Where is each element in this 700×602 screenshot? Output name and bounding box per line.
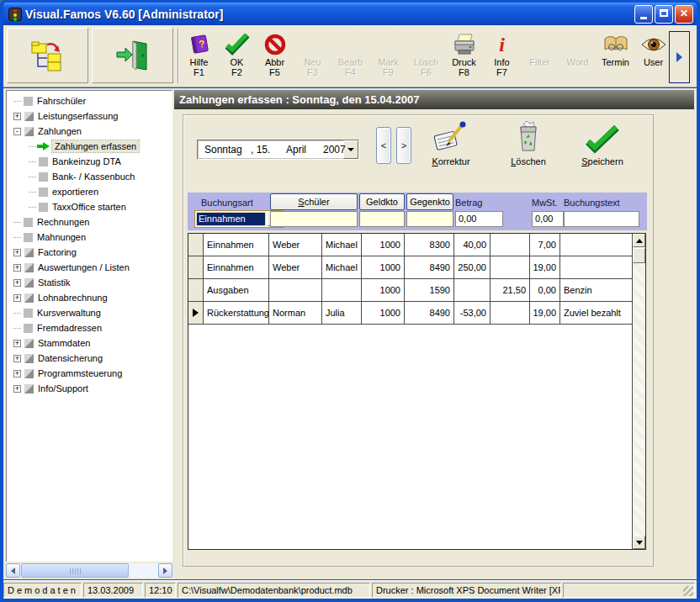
sidebar-item-bankeinzug-dta[interactable]: Bankeinzug DTA [7, 154, 172, 169]
sidebar-item-fremdadressen[interactable]: Fremdadressen [7, 320, 172, 335]
sidebar-item-zahlungen[interactable]: -Zahlungen [7, 124, 172, 139]
toolbar-item-fkey: F7 [496, 67, 507, 77]
toolbar-item-druck[interactable]: DruckF8 [445, 29, 483, 84]
sidebar-item-zahlungen-erfassen[interactable]: Zahlungen erfassen [7, 139, 172, 154]
notepad-pencil-icon [432, 120, 470, 154]
trash-icon [512, 119, 545, 154]
expand-icon[interactable]: + [13, 249, 21, 256]
sidebar-item-kursverwaltung[interactable]: Kursverwaltung [7, 305, 172, 320]
table-row[interactable]: EinnahmenWeberMichael1000830040,007,00 [188, 234, 645, 256]
buchungstext-input[interactable] [564, 211, 639, 227]
sidebar-horizontal-scrollbar[interactable] [6, 563, 172, 578]
expand-icon[interactable]: + [13, 113, 21, 120]
scroll-right-button[interactable] [158, 563, 172, 578]
sidebar-item-rechnungen[interactable]: Rechnungen [7, 214, 172, 230]
folder-tree-button[interactable] [7, 28, 88, 83]
geldkto-input[interactable] [359, 211, 405, 227]
sidebar-item-programmsteuerung[interactable]: +Programmsteuerung [7, 366, 172, 381]
toolbar-item-ok[interactable]: OKF2 [218, 29, 256, 84]
expand-icon[interactable]: + [13, 279, 21, 287]
sidebar-item-label: Kursverwaltung [37, 308, 101, 318]
exit-button[interactable] [92, 28, 173, 83]
cell-art: Einnahmen [204, 234, 269, 256]
scrollbar-thumb[interactable] [21, 563, 129, 578]
toolbar-item-label: Word [566, 57, 588, 67]
table-row[interactable]: EinnahmenWeberMichael10008490250,0019,00 [188, 256, 645, 279]
sidebar-item-taxxoffice-starten[interactable]: TaxxOffice starten [7, 199, 172, 214]
loeschen-button[interactable]: Löschen [495, 120, 562, 166]
expand-icon[interactable]: + [13, 370, 21, 378]
minimize-button[interactable] [634, 5, 653, 24]
close-button[interactable]: ✕ [675, 5, 693, 24]
cell-gegenkto: 8490 [405, 256, 454, 278]
gegenkto-button[interactable]: Gegenkto [406, 193, 453, 210]
buchungsart-label: Buchungsart [201, 198, 253, 208]
cell-einnahme [454, 279, 491, 301]
gegenkto-input[interactable] [406, 211, 453, 227]
sidebar-item-info-support[interactable]: +Info/Support [7, 381, 172, 396]
toolbar-item-hilfe[interactable]: ?HilfeF1 [180, 29, 218, 84]
booking-form: Buchungsart Betrag MwSt. Buchungstext Sc… [188, 193, 647, 230]
sidebar-item-label: Info/Support [38, 383, 88, 393]
expand-icon[interactable]: + [13, 355, 21, 362]
schueler-button[interactable]: Schüler [270, 193, 358, 210]
scroll-up-button[interactable] [633, 234, 645, 247]
expand-icon[interactable]: + [13, 385, 21, 393]
toolbar-item-info[interactable]: iInfoF7 [483, 29, 521, 84]
scroll-down-button[interactable] [633, 536, 645, 549]
tree-connector [13, 101, 21, 102]
sidebar-item-stammdaten[interactable]: +Stammdaten [7, 335, 172, 351]
betrag-input[interactable]: 0,00 [455, 211, 503, 227]
toolbar-item-termin[interactable]: Termin [597, 29, 634, 84]
tree-connector [29, 146, 36, 147]
table-row[interactable]: RückerstattungNormanJulia10008490-53,001… [188, 302, 645, 325]
toolbar-item-abbr[interactable]: AbbrF5 [256, 29, 294, 84]
tree-node-icon [24, 218, 33, 227]
geldkto-button[interactable]: Geldkto [359, 193, 405, 210]
toolbar-item-label: Hilfe [189, 57, 208, 67]
toolbar-more-button[interactable] [669, 31, 690, 83]
toolbar-item-label: Neu [304, 57, 321, 67]
sidebar-item-statistik[interactable]: +Statistik [7, 275, 172, 290]
tree-connector [29, 177, 36, 177]
scroll-left-button[interactable] [6, 563, 20, 578]
date-picker[interactable]: Sonntag , 15. April 2007 [197, 140, 359, 160]
tree-node-icon [24, 324, 33, 333]
table-vertical-scrollbar[interactable] [632, 234, 645, 549]
cell-mwst: 0,00 [530, 279, 560, 301]
sidebar-item-mahnungen[interactable]: Mahnungen [7, 230, 172, 245]
sidebar-item-fahrschuler[interactable]: Fahrschüler [7, 93, 172, 108]
korrektur-button[interactable]: Korrektur [417, 120, 485, 166]
sidebar-item-datensicherung[interactable]: +Datensicherung [7, 351, 172, 366]
window-title: Visual.Famos V6.60 [Administrator] [25, 8, 634, 21]
sidebar-item-leistungserfassung[interactable]: +Leistungserfassung [7, 108, 172, 124]
tree-node-icon [24, 233, 33, 242]
expand-icon[interactable]: + [13, 340, 21, 347]
sidebar-item-bank-kassenbuch[interactable]: Bank- / Kassenbuch [7, 169, 172, 184]
next-day-button[interactable]: > [396, 127, 411, 164]
sidebar-item-lohnabrechnung[interactable]: +Lohnabrechnung [7, 290, 172, 305]
scrollbar-thumb[interactable] [633, 248, 645, 263]
mwst-input[interactable]: 0,00 [532, 211, 564, 227]
table-row[interactable]: Ausgaben1000159021,500,00Benzin [188, 279, 645, 302]
sidebar-item-auswertungen-listen[interactable]: +Auswertungen / Listen [7, 260, 172, 275]
status-printer: Drucker : Microsoft XPS Document Writer … [372, 583, 561, 598]
sidebar-item-label: Bankeinzug DTA [52, 156, 121, 166]
toolbar-separator [178, 29, 179, 83]
cell-einnahme: 250,00 [454, 256, 491, 278]
sidebar-item-exportieren[interactable]: exportieren [7, 184, 172, 199]
tree-connector [29, 192, 36, 193]
speichern-button[interactable]: Speichern [569, 120, 636, 166]
sidebar-item-label: Programmsteuerung [38, 368, 122, 378]
sidebar-item-label: Mahnungen [37, 232, 86, 242]
expand-icon[interactable]: + [13, 294, 21, 302]
resize-grip[interactable] [683, 586, 693, 596]
schueler-input[interactable] [270, 211, 358, 227]
toolbar-item-user[interactable]: User [634, 29, 672, 84]
tree-node-icon [24, 112, 34, 121]
expand-icon[interactable]: + [13, 264, 21, 272]
maximize-button[interactable] [655, 5, 673, 24]
collapse-icon[interactable]: - [13, 128, 21, 135]
sidebar-item-factoring[interactable]: +Factoring [7, 245, 172, 260]
previous-day-button[interactable]: < [376, 127, 391, 164]
